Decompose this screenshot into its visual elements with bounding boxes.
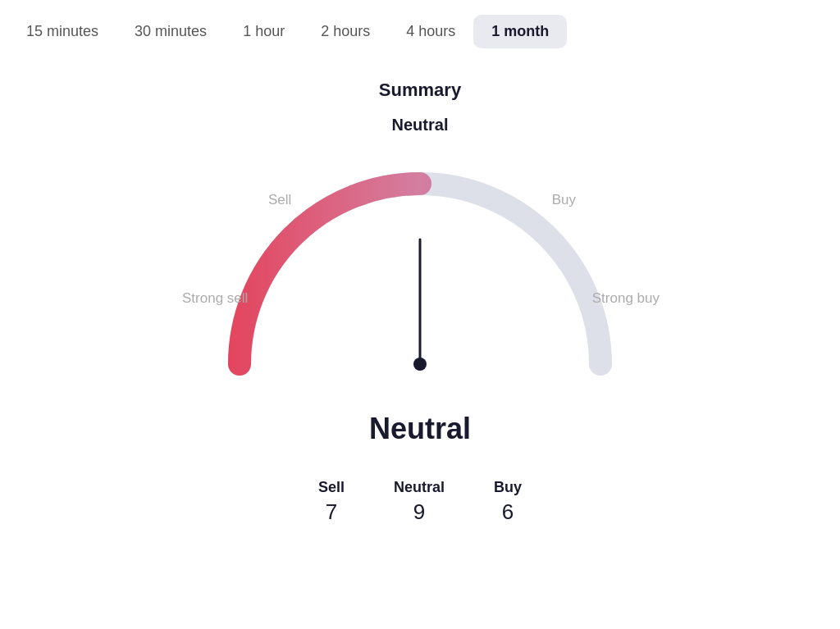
time-nav-item[interactable]: 4 hours [388, 15, 473, 48]
svg-point-1 [413, 358, 427, 371]
stat-label: Buy [494, 479, 522, 496]
gauge-wrapper: Sell Buy Strong sell Strong buy [174, 143, 666, 405]
stat-item: Buy 6 [494, 479, 522, 525]
neutral-top-label: Neutral [392, 116, 449, 134]
gauge-container: Summary Neutral Sell Buy Strong sell Str… [0, 80, 840, 525]
neutral-big-label: Neutral [369, 412, 471, 446]
buy-label: Buy [552, 192, 576, 208]
stat-item: Sell 7 [318, 479, 345, 525]
stat-value: 9 [394, 499, 445, 525]
gauge-svg [174, 143, 666, 405]
stat-item: Neutral 9 [394, 479, 445, 525]
time-nav: 15 minutes30 minutes1 hour2 hours4 hours… [0, 0, 840, 63]
stats-row: Sell 7 Neutral 9 Buy 6 [318, 479, 522, 525]
strong-sell-label: Strong sell [182, 290, 248, 307]
time-nav-item[interactable]: 1 hour [225, 15, 303, 48]
summary-title: Summary [379, 80, 461, 101]
time-nav-item[interactable]: 15 minutes [8, 15, 116, 48]
strong-buy-label: Strong buy [592, 290, 660, 307]
stat-value: 6 [494, 499, 522, 525]
time-nav-item[interactable]: 1 month [473, 15, 567, 48]
time-nav-item[interactable]: 30 minutes [116, 15, 225, 48]
stat-label: Neutral [394, 479, 445, 496]
sell-label: Sell [268, 192, 291, 208]
stat-value: 7 [318, 499, 345, 525]
stat-label: Sell [318, 479, 345, 496]
time-nav-item[interactable]: 2 hours [303, 15, 388, 48]
